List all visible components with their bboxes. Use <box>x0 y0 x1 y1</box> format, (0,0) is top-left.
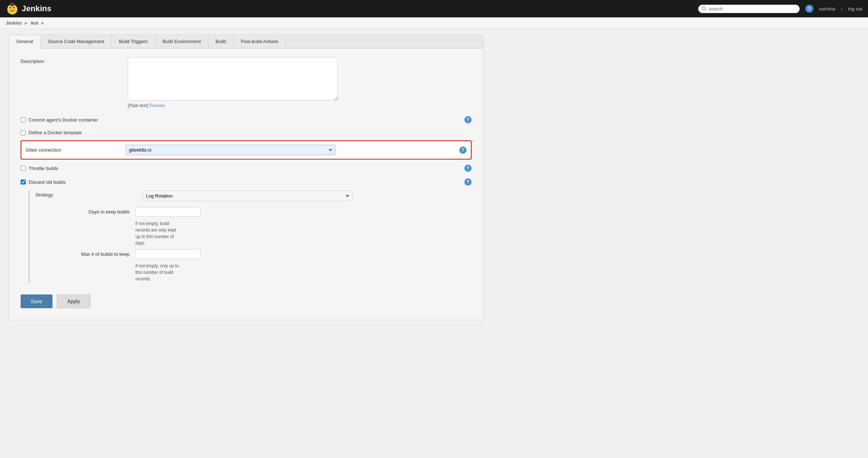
description-control: [Plain text] Preview <box>128 57 472 108</box>
max-builds-input[interactable] <box>135 249 201 259</box>
gitee-connection-row: Gitee connection giteek8s-ci ? <box>21 140 472 160</box>
header-username: oschina <box>819 6 835 12</box>
commit-agent-label: Commit agent's Docker container <box>29 117 98 123</box>
plain-text-label: [Plain text] <box>128 103 148 108</box>
days-label: Days to keep builds <box>35 209 130 215</box>
svg-line-7 <box>705 9 706 11</box>
discard-row: Discard old builds ? <box>21 177 472 187</box>
button-bar: Save Apply <box>21 287 472 311</box>
breadcrumb-sep-1: ► <box>24 20 29 26</box>
svg-point-5 <box>10 3 15 6</box>
max-hint: if not empty, only up to this number of … <box>35 263 180 282</box>
svg-point-2 <box>10 7 11 8</box>
define-docker-checkbox[interactable] <box>21 130 26 135</box>
tab-post-build[interactable]: Post-build Actions <box>234 35 286 48</box>
tab-build-triggers[interactable]: Build Triggers <box>112 35 155 48</box>
tab-source-code[interactable]: Source Code Management <box>41 35 111 48</box>
search-box <box>698 5 800 13</box>
throttle-row: Throttle builds ? <box>21 163 472 173</box>
header-logout[interactable]: log out <box>848 6 862 12</box>
commit-agent-row: Commit agent's Docker container ? <box>21 115 472 125</box>
main-content: General Source Code Management Build Tri… <box>0 29 492 326</box>
apply-button[interactable]: Apply <box>57 294 90 308</box>
tab-panel: General Source Code Management Build Tri… <box>9 35 484 320</box>
description-label: Description <box>21 57 122 64</box>
days-input[interactable] <box>135 207 201 217</box>
search-input[interactable] <box>709 6 796 12</box>
strategy-row: Strategy Log Rotation <box>35 191 472 201</box>
discard-label: Discard old builds <box>29 179 66 185</box>
define-docker-row: Define a Docker template <box>21 128 472 137</box>
svg-point-6 <box>702 7 705 9</box>
breadcrumb-jenkins[interactable]: Jenkins <box>6 20 22 26</box>
save-button[interactable]: Save <box>21 294 52 308</box>
jenkins-logo-icon <box>6 2 19 15</box>
tab-bar: General Source Code Management Build Tri… <box>9 35 483 48</box>
gitee-connection-label: Gitee connection <box>26 147 120 153</box>
tab-build-environment[interactable]: Build Environment <box>155 35 208 48</box>
discard-section: Strategy Log Rotation Days to keep build… <box>29 191 472 282</box>
gitee-connection-help[interactable]: ? <box>459 147 467 154</box>
commit-agent-checkbox[interactable] <box>21 117 26 122</box>
discard-help[interactable]: ? <box>464 178 472 186</box>
throttle-help[interactable]: ? <box>464 165 472 172</box>
strategy-select[interactable]: Log Rotation <box>143 191 353 201</box>
search-icon <box>702 6 707 11</box>
discard-checkbox[interactable] <box>21 179 26 185</box>
tab-content: Description [Plain text] Preview Commit … <box>9 48 483 320</box>
max-builds-label: Max # of builds to keep <box>35 251 130 257</box>
description-input[interactable] <box>128 57 338 101</box>
discard-content: Strategy Log Rotation Days to keep build… <box>29 191 472 282</box>
commit-agent-help[interactable]: ? <box>464 116 472 123</box>
throttle-label: Throttle builds <box>29 166 58 171</box>
days-hint: if not empty, build records are only kep… <box>35 220 180 246</box>
throttle-checkbox[interactable] <box>21 166 26 171</box>
tab-general[interactable]: General <box>9 35 41 48</box>
breadcrumb-sep-2: ► <box>41 20 45 26</box>
app-title: Jenkins <box>22 4 51 13</box>
days-row: Days to keep builds <box>35 207 472 217</box>
plain-text-hint: [Plain text] Preview <box>128 103 472 108</box>
header: Jenkins ? oschina | log out <box>0 0 868 17</box>
breadcrumb: Jenkins ► test ► <box>0 17 868 29</box>
header-separator: | <box>841 6 842 12</box>
strategy-control: Log Rotation <box>143 191 472 201</box>
tab-build[interactable]: Build <box>208 35 234 48</box>
svg-point-3 <box>13 7 15 8</box>
define-docker-label: Define a Docker template <box>29 130 82 135</box>
header-logo: Jenkins <box>6 2 51 15</box>
strategy-label: Strategy <box>35 191 137 198</box>
gitee-connection-select[interactable]: giteek8s-ci <box>126 145 336 155</box>
description-row: Description [Plain text] Preview <box>21 57 472 108</box>
preview-link[interactable]: Preview <box>149 103 165 108</box>
breadcrumb-test[interactable]: test <box>31 20 38 26</box>
help-icon[interactable]: ? <box>805 5 813 13</box>
max-builds-row: Max # of builds to keep <box>35 249 472 259</box>
